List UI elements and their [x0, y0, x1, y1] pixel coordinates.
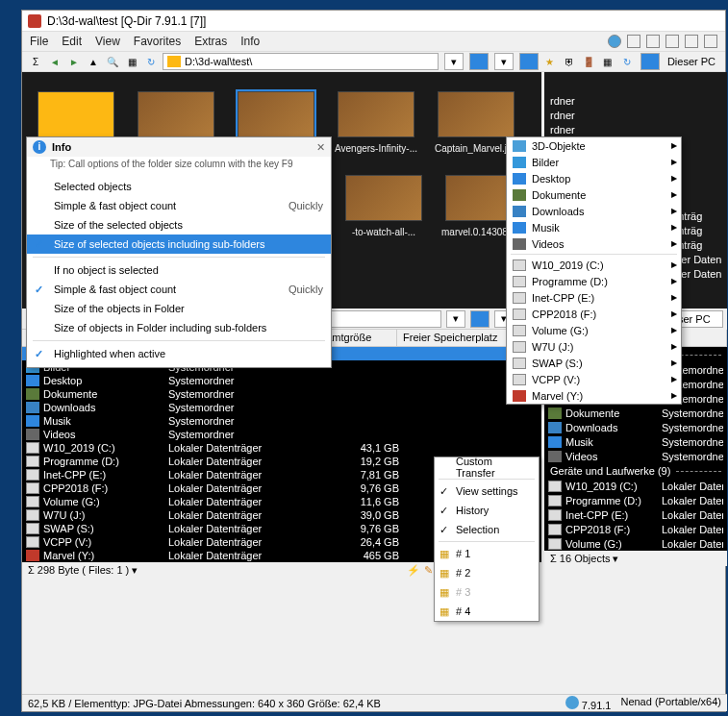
thumbnail[interactable]: Avengers-Infinity-... [334, 91, 418, 156]
context-item[interactable]: Custom Transfer [435, 457, 539, 477]
blue-btn-2[interactable] [519, 53, 539, 70]
blue-btn-1[interactable] [469, 53, 489, 70]
folder-icon [167, 56, 181, 67]
forward-icon[interactable]: ► [66, 54, 82, 69]
list-row[interactable]: Programme (D:)Lokaler Datenträg [544, 493, 727, 507]
menu-item[interactable]: ✓Size of selected objects including sub-… [27, 235, 331, 254]
layout-icon-4[interactable] [685, 35, 698, 48]
thumb-image [345, 175, 422, 221]
list-row[interactable]: VideosSystemordner [544, 449, 727, 463]
menu-item[interactable]: Simple & fast object countQuickly [27, 196, 331, 215]
dropdown-item[interactable]: Downloads▶ [507, 203, 681, 219]
dropdown-btn[interactable]: ▾ [446, 310, 465, 328]
layout-icon-5[interactable] [704, 35, 717, 48]
dropdown-item[interactable]: CPP2018 (F:)▶ [507, 306, 681, 322]
sigma-icon[interactable]: Σ [28, 54, 43, 69]
dropdown-item[interactable]: Musik▶ [507, 219, 681, 235]
list-row[interactable]: DesktopSystemordner [22, 374, 541, 387]
lightning-icon[interactable]: ⚡ [407, 564, 420, 577]
info-popup: i Info ✕ Tip: Call options of the folder… [26, 136, 332, 368]
dropdown-item[interactable]: Desktop▶ [507, 170, 681, 186]
list-row[interactable]: rdner [544, 108, 727, 122]
row-icon [26, 456, 39, 467]
list-row[interactable]: MusikSystemordner [544, 434, 727, 449]
menu-info[interactable]: Info [240, 35, 260, 48]
layout-icon[interactable]: ▦ [600, 54, 615, 69]
item-icon [513, 222, 526, 234]
context-item[interactable]: ✓Selection [435, 520, 539, 539]
layout-icon-1[interactable] [627, 35, 640, 48]
list-row[interactable]: MusikSystemordner [22, 414, 541, 428]
group-header[interactable]: Geräte und Laufwerke (9) [544, 463, 727, 479]
list-row[interactable]: DownloadsSystemordner [544, 420, 727, 434]
list-row[interactable]: CPP2018 (F:)Lokaler Datenträg [544, 522, 727, 536]
blue-btn[interactable] [470, 310, 490, 328]
menu-item[interactable]: ✓Highlighted when active [27, 344, 331, 363]
globe-icon[interactable] [608, 35, 621, 48]
dropdown-item[interactable]: W7U (J:)▶ [507, 338, 681, 355]
layout-icon-3[interactable] [665, 35, 679, 48]
context-item[interactable]: ✓View settings [435, 481, 539, 501]
dropdown-item[interactable]: VCPP (V:)▶ [507, 371, 681, 387]
dropdown-item[interactable]: Volume (G:)▶ [507, 322, 681, 338]
door-icon[interactable]: 🚪 [581, 54, 596, 69]
dropdown-item[interactable]: Marvel (Y:)▶ [507, 387, 681, 404]
close-icon[interactable]: ✕ [316, 141, 325, 154]
back-icon[interactable]: ◄ [47, 54, 63, 69]
list-row[interactable]: DokumenteSystemordner [22, 387, 541, 401]
thumbnail[interactable]: -to-watch-all-... [341, 175, 426, 237]
monitor-icon[interactable] [640, 53, 660, 70]
menu-item[interactable]: If no object is selected [27, 260, 331, 280]
menu-item[interactable]: Size of the selected objects [27, 215, 331, 235]
chevron-right-icon: ▶ [671, 293, 677, 302]
context-item[interactable]: ▦# 1 [435, 544, 539, 563]
menu-edit[interactable]: Edit [62, 35, 82, 48]
context-item[interactable]: ▦# 4 [435, 602, 539, 621]
context-item[interactable]: ✓History [435, 501, 539, 520]
dropdown-btn[interactable]: ▾ [444, 53, 464, 70]
list-row[interactable]: Volume (G:)Lokaler Datenträg [544, 536, 727, 551]
grid-icon[interactable]: ▦ [124, 54, 139, 69]
item-icon [513, 276, 526, 287]
dropdown-item[interactable]: W10_2019 (C:)▶ [507, 257, 681, 273]
chevron-right-icon: ▶ [671, 223, 677, 232]
dropdown-item[interactable]: 3D-Objekte▶ [507, 137, 681, 154]
dropdown-item[interactable]: Programme (D:)▶ [507, 273, 681, 289]
pencil-icon[interactable]: ✎ [424, 564, 433, 577]
list-row[interactable]: rdner [544, 93, 727, 108]
row-icon [548, 436, 562, 448]
thumb-image [238, 91, 314, 137]
menu-item[interactable]: ✓Simple & fast object countQuickly [27, 280, 331, 299]
menu-favorites[interactable]: Favorites [134, 35, 181, 48]
split-btn[interactable]: ▾ [494, 53, 514, 70]
list-row[interactable]: DownloadsSystemordner [22, 401, 541, 414]
list-row[interactable]: DokumenteSystemordner [544, 406, 727, 420]
list-row[interactable]: W10_2019 (C:)Lokaler Datenträg [544, 479, 727, 493]
address-bar[interactable]: D:\3d-wal\test\ [163, 53, 439, 70]
menu-extras[interactable]: Extras [194, 35, 227, 48]
dropdown-item[interactable]: Bilder▶ [507, 154, 681, 170]
up-icon[interactable]: ▲ [86, 54, 101, 69]
menu-view[interactable]: View [95, 35, 120, 48]
menu-item[interactable]: Selected objects [27, 177, 331, 196]
search-icon[interactable]: 🔍 [105, 54, 120, 69]
menu-item[interactable]: Size of objects in Folder including sub-… [27, 318, 331, 337]
list-row[interactable]: rdner [544, 122, 727, 136]
dropdown-item[interactable]: SWAP (S:)▶ [507, 355, 681, 371]
refresh2-icon[interactable]: ↻ [619, 54, 635, 69]
dropdown-item[interactable]: Dokumente▶ [507, 186, 681, 203]
context-item[interactable]: ▦# 2 [435, 563, 539, 582]
dropdown-item[interactable]: Videos▶ [507, 235, 681, 252]
list-row[interactable]: VideosSystemordner [22, 428, 541, 441]
star-icon[interactable]: ★ [542, 54, 558, 69]
layout-icon-2[interactable] [646, 35, 660, 48]
row-icon [548, 407, 562, 419]
refresh-icon[interactable]: ↻ [143, 54, 159, 69]
list-row[interactable]: W10_2019 (C:)Lokaler Datenträger43,1 GB [22, 441, 541, 455]
favorites-icon[interactable]: ⛨ [562, 54, 577, 69]
menu-file[interactable]: File [30, 35, 48, 48]
list-row[interactable]: Inet-CPP (E:)Lokaler Datenträg [544, 507, 727, 522]
item-icon [513, 157, 526, 168]
menu-item[interactable]: Size of the objects in Folder [27, 299, 331, 318]
dropdown-item[interactable]: Inet-CPP (E:)▶ [507, 289, 681, 306]
